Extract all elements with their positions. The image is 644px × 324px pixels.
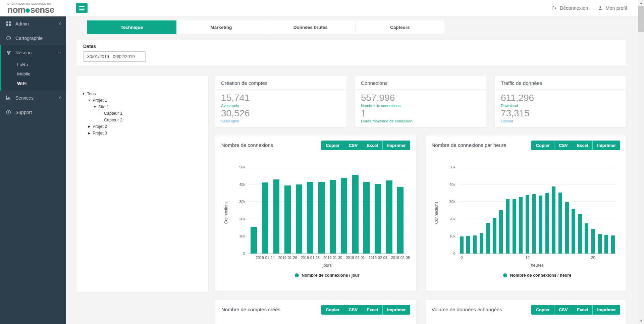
tree-item-projet-1[interactable]: ▼Projet 1 [81,97,208,104]
date-range-input[interactable] [83,51,146,62]
print-button[interactable]: Imprimer [383,305,410,315]
excel-button[interactable]: Excel [572,305,593,315]
sidebar: Admin Cartographie Réseau LoRa Mobile Wi… [0,16,66,324]
export-button-group: Copier CSV Excel Imprimer [321,141,410,150]
y-tick-label: 20k [449,217,455,221]
sidebar-item-label: Services [15,95,34,101]
tab-marketing[interactable]: Marketing [177,20,266,34]
chart-bar [499,210,503,254]
chart-bar [486,223,490,254]
dates-card: Dates [76,40,626,66]
y-tick-label: 40k [449,182,455,186]
sidebar-item-mobile[interactable]: Mobile [1,69,66,78]
stat-card-title: Connexions [355,76,486,90]
vertical-scrollbar[interactable]: ▲ ▼ [638,0,644,324]
chart-bar [330,180,336,254]
excel-button[interactable]: Excel [362,305,383,315]
tree-item-label: Projet 3 [93,131,107,136]
caret-down-icon[interactable]: ▼ [81,92,86,96]
chart-bar [480,233,483,254]
logout-link[interactable]: Déconnexion [552,5,588,11]
tree-panel: ▼Tous ▼Projet 1 ▼Site 1 Capteur 1 Capteu… [76,76,208,292]
tab-donnees-brutes[interactable]: Données brutes [266,20,356,34]
chart-bar [611,235,615,254]
chart-bar [493,218,496,254]
legend-label: Nombre de connexions / heure [510,273,571,278]
sidebar-item-support[interactable]: ? Support [0,105,66,119]
stat-card-creation-comptes: Création de comptes 15,741 Avec optin 30… [215,76,346,127]
caret-down-icon[interactable]: ▼ [93,105,97,109]
chart-bar [284,185,291,254]
sidebar-item-lora[interactable]: LoRa [1,60,66,69]
scroll-down-arrow-icon[interactable]: ▼ [638,318,644,324]
chart-bar [526,195,529,254]
scrollbar-thumb[interactable] [638,6,644,32]
metric-label: Durée moyenne de connexion [361,119,481,123]
csv-button[interactable]: CSV [554,305,573,315]
chart-bar [251,227,257,254]
profile-link[interactable]: Mon profil [598,5,627,11]
globe-icon [6,36,12,41]
tree-item-label: Capteur 1 [104,111,122,116]
sidebar-item-reseau[interactable]: Réseau [1,45,66,60]
tree-item-capteur-2[interactable]: Capteur 2 [81,117,208,123]
print-button[interactable]: Imprimer [383,141,410,150]
sidebar-item-label: Support [15,110,32,115]
export-button-group: Copier CSV Excel Imprimer [531,305,620,315]
print-button[interactable]: Imprimer [593,305,620,315]
print-button[interactable]: Imprimer [593,141,620,150]
caret-down-icon[interactable]: ▼ [87,99,92,102]
scroll-up-arrow-icon[interactable]: ▲ [638,0,644,6]
metric-value: 611,296 [501,93,621,103]
chart-bar [513,199,516,254]
excel-button[interactable]: Excel [572,141,593,150]
caret-right-icon[interactable]: ▶ [87,125,92,128]
profile-label: Mon profil [605,5,627,11]
csv-button[interactable]: CSV [344,305,362,315]
x-tick-label: 0 [461,256,463,261]
copy-button[interactable]: Copier [321,305,344,315]
chart-bar [307,182,313,254]
brand-dot-icon [25,8,30,13]
chart-legend: Nombre de connexions / heure [459,273,616,278]
tab-capteurs[interactable]: Capteurs [356,20,445,34]
tree-item-label: Projet 2 [93,124,107,129]
tree-item-label: Projet 1 [93,98,107,103]
sidebar-item-wifi[interactable]: WiFi [1,78,66,88]
x-axis-ticks: 01020 [459,256,616,261]
y-tick-label: 50k [239,165,245,169]
y-tick-label: 0 [243,252,245,256]
tree-item-projet-2[interactable]: ▶Projet 2 [81,123,208,130]
csv-button[interactable]: CSV [554,141,573,150]
chart-title: Nombre de connexions [221,141,273,148]
chart-card-comptes-crees: Nombre de comptes créés Copier CSV Excel… [215,300,416,324]
caret-right-icon[interactable]: ▶ [87,131,92,135]
y-tick-label: 40k [239,182,245,186]
chart-bar [539,196,542,254]
tree-item-site-1[interactable]: ▼Site 1 [81,104,208,110]
metric-label: Sans optin [221,119,341,123]
csv-button[interactable]: CSV [344,141,362,150]
chart-bar [341,178,347,254]
chevron-down-icon [58,51,61,54]
hamburger-menu-button[interactable] [76,3,88,13]
copy-button[interactable]: Copier [531,305,554,315]
metric-value: 557,996 [361,93,481,103]
sidebar-item-admin[interactable]: Admin [0,16,66,31]
tree-item-capteur-1[interactable]: Capteur 1 [81,110,208,117]
tab-technique[interactable]: Technique [87,20,177,34]
chart-bar [386,180,392,254]
copy-button[interactable]: Copier [531,141,554,150]
excel-button[interactable]: Excel [362,141,383,150]
y-tick-label: 20k [239,217,245,221]
sidebar-item-label: Réseau [15,50,32,55]
copy-button[interactable]: Copier [321,141,344,150]
sidebar-item-services[interactable]: Services [0,91,66,105]
tree-item-tous[interactable]: ▼Tous [81,91,208,97]
main-content: Technique Marketing Données brutes Capte… [66,16,638,324]
metric-value: 15,741 [221,93,341,103]
export-button-group: Copier CSV Excel Imprimer [321,305,410,315]
sidebar-item-cartographie[interactable]: Cartographie [0,31,66,45]
x-tick-label: 10 [525,256,529,261]
tree-item-projet-3[interactable]: ▶Projet 3 [81,130,208,137]
